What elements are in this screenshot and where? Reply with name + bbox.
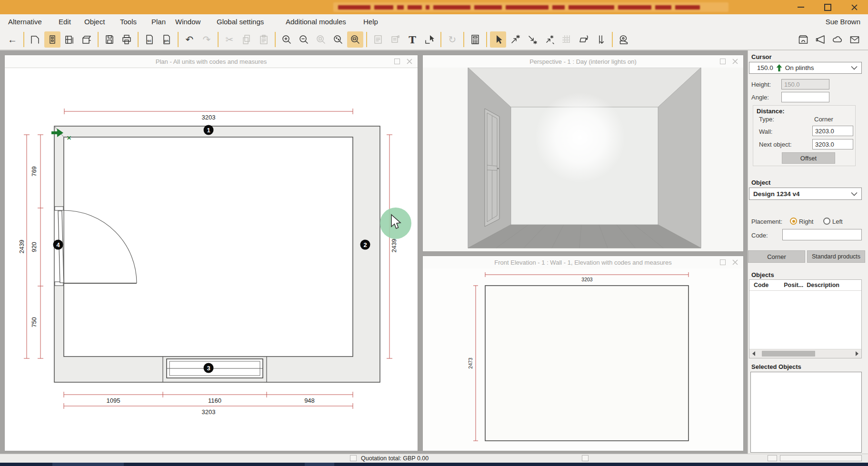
elevation-close-icon[interactable] xyxy=(729,256,741,268)
zoom-out-icon[interactable] xyxy=(296,31,312,48)
elevation-window-titlebar[interactable]: Front Elevation - 1 : Wall - 1, Elevatio… xyxy=(423,256,743,269)
elevation-view-icon[interactable] xyxy=(44,31,60,48)
objects-table[interactable]: Code Posit... Description xyxy=(749,279,862,358)
back-icon[interactable]: ← xyxy=(4,31,20,48)
elevation-window: Front Elevation - 1 : Wall - 1, Elevatio… xyxy=(422,256,744,451)
plan-canvas[interactable]: 3203 xyxy=(5,68,418,451)
rotate-3d-icon[interactable] xyxy=(576,31,592,48)
standard-products-button[interactable]: Standard products xyxy=(807,250,865,263)
plan-dim-seg-920: 920 xyxy=(30,242,38,252)
menu-object[interactable]: Object xyxy=(84,14,105,30)
perspective-maximize-icon[interactable] xyxy=(717,55,729,68)
snap-free-icon[interactable] xyxy=(541,31,558,48)
status-checkbox[interactable] xyxy=(350,455,357,461)
front-view-icon[interactable] xyxy=(61,31,78,48)
offset-button[interactable]: Offset xyxy=(782,152,835,164)
pointer-measure-icon[interactable] xyxy=(421,31,438,48)
note-icon[interactable] xyxy=(370,31,386,48)
plan-close-icon[interactable] xyxy=(403,55,416,68)
cloud-icon[interactable] xyxy=(829,31,846,48)
placement-left-radio[interactable] xyxy=(823,218,830,225)
text-tool-icon[interactable]: T xyxy=(404,31,420,48)
scroll-right-icon[interactable] xyxy=(854,350,860,357)
scroll-left-icon[interactable] xyxy=(750,350,757,357)
zoom-previous-icon[interactable] xyxy=(313,31,329,48)
distance-next-field[interactable] xyxy=(812,139,853,149)
svg-text:sc: sc xyxy=(147,39,151,43)
wall-marker-1[interactable]: 1 xyxy=(204,125,214,135)
sidebar: Cursor 150.0 On plinths Height: Angle: D… xyxy=(748,50,868,454)
zoom-in-icon[interactable] xyxy=(279,31,295,48)
menu-tools[interactable]: Tools xyxy=(120,14,137,30)
menu-window[interactable]: Window xyxy=(175,14,200,30)
zoom-window-icon[interactable] xyxy=(347,31,363,48)
calculator-icon[interactable] xyxy=(467,31,483,48)
elevation-dim-width: 3203 xyxy=(581,277,593,282)
cursor-height-dropdown[interactable]: 150.0 On plinths xyxy=(749,62,862,74)
taskbar xyxy=(0,463,868,466)
perspective-window-titlebar[interactable]: Perspective - 1 : Day (interior lights o… xyxy=(423,55,743,68)
wall-marker-2[interactable]: 2 xyxy=(360,240,370,250)
status-box-2 xyxy=(582,455,589,461)
send-icon[interactable] xyxy=(812,31,828,48)
redo-icon[interactable]: ↷ xyxy=(199,31,215,48)
menu-global-settings[interactable]: Global settings xyxy=(217,14,264,30)
plan-maximize-icon[interactable] xyxy=(391,55,403,68)
zoom-object-icon[interactable] xyxy=(330,31,346,48)
distance-wall-field[interactable] xyxy=(812,126,853,136)
undo-icon[interactable]: ↶ xyxy=(181,31,198,48)
menu-edit[interactable]: Edit xyxy=(59,14,71,30)
objects-table-hscrollbar[interactable] xyxy=(749,349,861,358)
angle-field[interactable] xyxy=(781,92,829,102)
plan-dim-right-total: 2439 xyxy=(390,239,398,253)
rotate-icon[interactable]: ↻ xyxy=(444,31,460,48)
mail-icon[interactable] xyxy=(847,31,863,48)
perspective-close-icon[interactable] xyxy=(729,55,741,68)
plan-view-icon[interactable] xyxy=(27,31,43,48)
plan-dim-seg-750: 750 xyxy=(30,317,38,327)
minimize-icon[interactable] xyxy=(791,0,810,14)
object-dropdown[interactable]: Design 1234 v4 xyxy=(749,188,862,200)
menu-additional-modules[interactable]: Additional modules xyxy=(286,14,346,30)
measure-parallel-icon[interactable] xyxy=(593,31,609,48)
print-icon[interactable] xyxy=(119,31,135,48)
copy-icon[interactable] xyxy=(239,31,255,48)
menu-alternative[interactable]: Alternative xyxy=(8,14,42,30)
wall-marker-4[interactable]: 4 xyxy=(53,240,63,250)
scroll-thumb[interactable] xyxy=(762,351,815,357)
perspective-canvas[interactable] xyxy=(423,68,743,251)
selected-objects-title: Selected Objects xyxy=(751,363,801,370)
code-field[interactable] xyxy=(782,229,862,240)
close-icon[interactable] xyxy=(845,0,864,14)
plan-window-titlebar[interactable]: Plan - All units with codes and measures xyxy=(5,55,418,68)
select-icon[interactable] xyxy=(490,31,506,48)
height-field[interactable] xyxy=(781,79,829,89)
doc-sc-icon[interactable]: sc xyxy=(141,31,158,48)
grid-icon[interactable] xyxy=(559,31,575,48)
archive-icon[interactable] xyxy=(795,31,811,48)
cut-icon[interactable]: ✂ xyxy=(221,31,238,48)
annotate-icon[interactable] xyxy=(387,31,403,48)
elevation-drawing: 3203 2473 xyxy=(423,268,743,451)
cursor-dropdown-value: 150.0 xyxy=(757,64,773,71)
paste-icon[interactable] xyxy=(256,31,272,48)
elevation-dim-height: 2473 xyxy=(468,357,473,369)
side-view-icon[interactable] xyxy=(79,31,95,48)
snap-wall-icon[interactable] xyxy=(524,31,540,48)
maximize-icon[interactable] xyxy=(818,0,837,14)
corner-button[interactable]: Corner xyxy=(748,250,805,263)
doc-pn-icon[interactable]: pn xyxy=(159,31,175,48)
menu-plan[interactable]: Plan xyxy=(151,14,166,30)
menu-help[interactable]: Help xyxy=(363,14,378,30)
placement-right-label: Right xyxy=(799,218,813,225)
selected-objects-list[interactable] xyxy=(750,372,862,453)
menubar: Alternative Edit Object Tools Plan Windo… xyxy=(0,14,868,30)
placement-right-radio[interactable] xyxy=(790,218,797,225)
save-icon[interactable] xyxy=(101,31,118,48)
tape-measure-icon[interactable] xyxy=(616,31,632,48)
objects-section-title: Objects xyxy=(751,271,774,278)
snap-object-icon[interactable] xyxy=(507,31,523,48)
wall-marker-3[interactable]: 3 xyxy=(204,363,214,373)
elevation-canvas[interactable]: 3203 2473 xyxy=(423,268,743,451)
elevation-maximize-icon[interactable] xyxy=(717,256,729,268)
